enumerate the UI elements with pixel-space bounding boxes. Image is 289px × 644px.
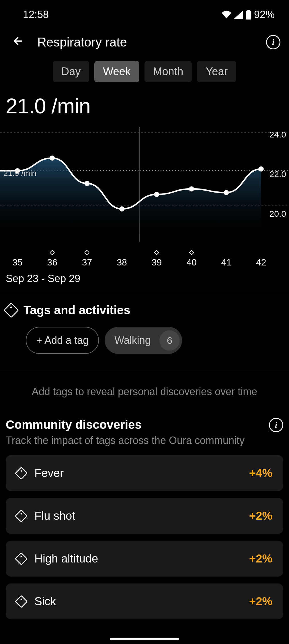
x-tick: 39 <box>152 247 162 268</box>
status-right: 92% <box>221 9 275 21</box>
status-bar: 12:58 92% <box>0 0 289 26</box>
svg-point-22 <box>190 251 191 252</box>
chart[interactable]: 24.0 22.0 20.0 21.9 /min 353637383940414… <box>0 127 289 262</box>
chart-svg <box>0 127 289 262</box>
discovery-card[interactable]: Flu shot +2% <box>6 498 283 534</box>
tag-pill-count: 6 <box>159 330 180 351</box>
tags-hint: Add tags to reveal personal discoveries … <box>0 371 289 415</box>
discovery-label: Sick <box>34 595 249 608</box>
svg-point-10 <box>119 206 124 212</box>
discovery-list: Fever +4% Flu shot +2% High altitude +2%… <box>0 455 289 619</box>
discovery-label: Flu shot <box>34 509 249 522</box>
tags-section: Tags and activities + Add a tag Walking … <box>0 293 289 371</box>
community-header: Community discoveries Track the impact o… <box>0 415 289 455</box>
discovery-delta: +2% <box>249 552 272 565</box>
svg-point-12 <box>189 186 194 191</box>
svg-point-14 <box>259 166 264 172</box>
tags-heading-text: Tags and activities <box>24 303 130 317</box>
tag-icon <box>15 595 28 608</box>
wifi-icon <box>221 11 232 19</box>
svg-point-18 <box>86 251 87 252</box>
tab-week[interactable]: Week <box>94 61 139 82</box>
add-tag-label: + Add a tag <box>36 334 89 346</box>
tab-day[interactable]: Day <box>53 61 89 82</box>
community-subtitle: Track the impact of tags across the Oura… <box>6 434 269 447</box>
back-arrow-icon[interactable] <box>11 35 23 49</box>
home-indicator[interactable] <box>110 638 179 640</box>
discovery-card[interactable]: Sick +2% <box>6 583 283 619</box>
x-tick: 41 <box>221 247 232 268</box>
metric-value: 21.0 /min <box>0 91 289 127</box>
svg-rect-17 <box>85 250 89 255</box>
battery-percent: 92% <box>254 9 275 21</box>
y-tick-20: 20.0 <box>270 209 286 219</box>
tag-icon <box>15 509 28 522</box>
svg-rect-19 <box>155 250 159 255</box>
time-range-tabs: Day Week Month Year <box>0 58 289 91</box>
svg-rect-1 <box>246 11 251 20</box>
svg-point-16 <box>51 251 52 252</box>
community-info-icon[interactable]: i <box>269 418 283 432</box>
svg-point-20 <box>156 251 157 252</box>
tag-icon <box>15 552 28 565</box>
svg-rect-15 <box>50 250 54 255</box>
y-tick-22: 22.0 <box>270 169 286 179</box>
add-tag-button[interactable]: + Add a tag <box>26 327 99 354</box>
discovery-card[interactable]: Fever +4% <box>6 455 283 491</box>
x-tick: 36 <box>47 247 57 268</box>
community-title: Community discoveries <box>6 418 269 432</box>
info-icon[interactable]: i <box>266 35 280 49</box>
status-time: 12:58 <box>23 9 49 21</box>
discovery-label: Fever <box>34 467 249 480</box>
tab-month[interactable]: Month <box>144 61 192 82</box>
svg-rect-0 <box>247 10 250 11</box>
svg-point-9 <box>85 181 90 186</box>
discovery-label: High altitude <box>34 552 249 565</box>
x-tick: 37 <box>82 247 92 268</box>
tag-pill-walking[interactable]: Walking 6 <box>105 327 182 354</box>
tag-icon <box>3 302 19 318</box>
avg-label: 21.9 /min <box>3 169 36 178</box>
x-tick: 38 <box>117 247 127 268</box>
page-title: Respiratory rate <box>37 35 252 49</box>
tag-icon <box>15 467 28 480</box>
discovery-delta: +2% <box>249 509 272 522</box>
x-tick: 42 <box>256 247 266 268</box>
signal-icon <box>234 11 243 19</box>
svg-point-13 <box>224 190 229 195</box>
header: Respiratory rate i <box>0 26 289 58</box>
date-range: Sep 23 - Sep 29 <box>0 267 289 293</box>
discovery-delta: +4% <box>249 467 272 480</box>
discovery-card[interactable]: High altitude +2% <box>6 541 283 577</box>
tag-pill-label: Walking <box>114 334 151 346</box>
tags-row: + Add a tag Walking 6 <box>6 317 283 365</box>
tags-heading: Tags and activities <box>6 303 283 317</box>
battery-icon <box>245 10 252 20</box>
svg-point-8 <box>50 156 55 161</box>
x-tick: 35 <box>12 247 23 268</box>
tab-year[interactable]: Year <box>197 61 236 82</box>
discovery-delta: +2% <box>249 595 272 608</box>
svg-point-11 <box>154 192 159 197</box>
svg-rect-21 <box>189 250 194 255</box>
y-tick-24: 24.0 <box>270 130 286 139</box>
x-tick: 40 <box>186 247 197 268</box>
